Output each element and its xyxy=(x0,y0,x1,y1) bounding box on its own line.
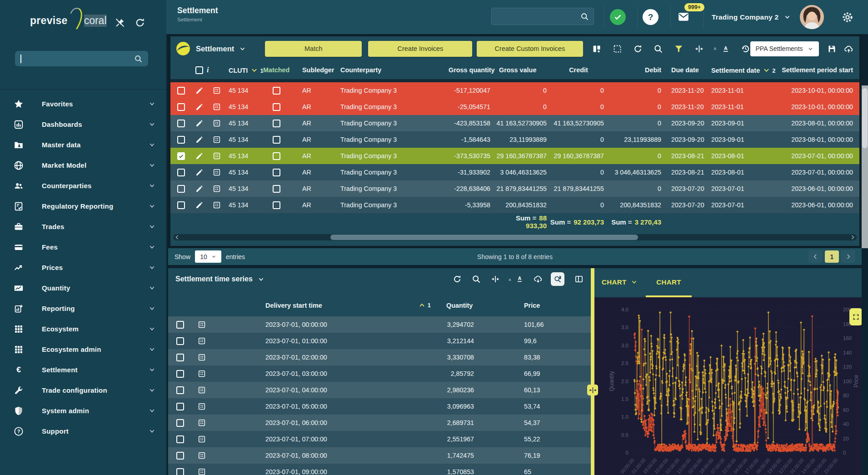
pin-off-icon[interactable] xyxy=(115,17,125,28)
row-checkbox[interactable] xyxy=(176,386,184,394)
search-icon[interactable] xyxy=(653,44,663,54)
table-row[interactable]: 45 134ARTrading Company 3-25,05457100020… xyxy=(170,99,859,115)
table-row[interactable]: 45 134ARTrading Company 3-373,53073529 1… xyxy=(170,148,859,164)
edit-pencil-icon[interactable] xyxy=(195,201,203,209)
list-item[interactable]: 2023-07-01, 05:00:003,09696353,74 xyxy=(168,398,591,415)
details-icon[interactable] xyxy=(213,168,221,176)
list-item[interactable]: 2023-07-01, 04:00:002,98023660,13 xyxy=(168,382,591,398)
resize-handle[interactable] xyxy=(587,385,598,395)
status-ok-button[interactable] xyxy=(610,9,626,25)
fullscreen-button[interactable] xyxy=(849,308,862,325)
row-checkbox[interactable] xyxy=(176,468,184,475)
table-row[interactable]: 45 134ARTrading Company 3-31,9339023 046… xyxy=(170,164,859,180)
table-row[interactable]: 45 134ARTrading Company 3-1,58464323,119… xyxy=(170,131,859,148)
details-icon[interactable] xyxy=(198,435,206,443)
edit-pencil-icon[interactable] xyxy=(195,136,203,144)
sidebar-item-trades[interactable]: Trades xyxy=(0,216,166,237)
edit-pencil-icon[interactable] xyxy=(195,152,203,160)
table-row[interactable]: 45 134ARTrading Company 3-5,33958200,843… xyxy=(170,197,859,213)
details-icon[interactable] xyxy=(198,353,206,361)
edit-pencil-icon[interactable] xyxy=(195,120,203,127)
sidebar-item-trade-configuration[interactable]: Trade configuration xyxy=(0,380,166,400)
col-settlement-date[interactable]: Settlement date2 xyxy=(705,66,777,74)
sidebar-item-fees[interactable]: Fees xyxy=(0,237,166,257)
row-checkbox[interactable] xyxy=(177,120,185,127)
chevron-down-icon[interactable] xyxy=(239,45,246,52)
list-item[interactable]: 2023-07-01, 03:00:002,8579266,99 xyxy=(168,365,591,382)
list-item[interactable]: 2023-07-01, 06:00:002,68973154,37 xyxy=(168,415,591,431)
sidebar-item-support[interactable]: ?Support xyxy=(0,421,166,441)
row-checkbox[interactable] xyxy=(176,435,184,443)
next-page-button[interactable] xyxy=(841,250,855,263)
gear-icon[interactable] xyxy=(841,11,854,24)
matched-checkbox[interactable] xyxy=(273,103,280,111)
sidebar-item-counterparties[interactable]: Counterparties xyxy=(0,175,166,196)
edit-pencil-icon[interactable] xyxy=(195,185,203,193)
row-checkbox[interactable] xyxy=(176,321,184,329)
create-custom-invoices-button[interactable]: Create Custom Invoices xyxy=(477,41,583,57)
row-checkbox[interactable] xyxy=(176,452,184,460)
table-row[interactable]: 45 134ARTrading Company 3-423,85315841 1… xyxy=(170,115,859,131)
details-icon[interactable] xyxy=(198,468,206,475)
sidebar-refresh-icon[interactable] xyxy=(135,17,145,28)
matched-checkbox[interactable] xyxy=(273,120,280,127)
col-matched[interactable]: Matched xyxy=(263,66,289,74)
col-debit[interactable]: Debit xyxy=(609,66,667,74)
sidebar-item-reporting[interactable]: Reporting xyxy=(0,298,166,319)
page-size-select[interactable]: 10 xyxy=(195,250,221,263)
select-all-checkbox[interactable] xyxy=(195,66,203,74)
global-search-input[interactable] xyxy=(496,12,580,20)
details-icon[interactable] xyxy=(213,135,221,144)
cloud-download-icon[interactable] xyxy=(534,275,543,284)
sidebar-search-input[interactable] xyxy=(15,51,148,66)
matched-checkbox[interactable] xyxy=(273,152,280,160)
font-color-icon[interactable]: A xyxy=(516,275,524,284)
font-size-icon[interactable]: A xyxy=(712,45,718,52)
prev-page-button[interactable] xyxy=(808,250,823,263)
company-dropdown[interactable]: Trading Company 2 xyxy=(712,0,791,34)
history-icon[interactable] xyxy=(741,44,750,54)
cloud-upload-icon[interactable] xyxy=(844,44,853,54)
sidebar-item-settlement[interactable]: €Settlement xyxy=(0,360,166,380)
sidebar-item-system-admin[interactable]: System admin xyxy=(0,400,166,421)
global-search[interactable] xyxy=(491,8,594,25)
details-icon[interactable] xyxy=(198,337,206,345)
table-row[interactable]: 45 134ARTrading Company 3-228,63840621 8… xyxy=(170,180,859,197)
save-icon[interactable] xyxy=(827,44,837,54)
row-checkbox[interactable] xyxy=(177,136,185,144)
edit-pencil-icon[interactable] xyxy=(195,169,203,176)
details-icon[interactable] xyxy=(198,451,206,460)
font-color-icon[interactable]: A xyxy=(722,44,730,54)
avatar[interactable] xyxy=(800,5,824,29)
refresh-icon[interactable] xyxy=(453,275,462,284)
refresh-icon[interactable] xyxy=(633,44,643,54)
row-checkbox[interactable] xyxy=(177,87,185,95)
sidebar-item-ecosystem[interactable]: Ecosystem xyxy=(0,319,166,339)
sidebar-item-quantity[interactable]: Quantity xyxy=(0,278,166,298)
row-checkbox[interactable] xyxy=(177,185,185,193)
details-icon[interactable] xyxy=(198,370,206,378)
row-checkbox[interactable] xyxy=(177,103,185,111)
col-period-start[interactable]: Settlement period start xyxy=(777,66,859,74)
table-row[interactable]: 45 134ARTrading Company 3-517,1200470002… xyxy=(170,82,859,99)
col-credit[interactable]: Credit xyxy=(548,66,609,74)
chart-dropdown[interactable]: CHART xyxy=(602,278,638,286)
col-quantity[interactable]: Quantity xyxy=(431,302,480,316)
col-counterparty[interactable]: Counterparty xyxy=(340,66,449,74)
details-icon[interactable] xyxy=(198,386,206,394)
panel-divider[interactable] xyxy=(591,268,594,475)
insert-column-icon[interactable] xyxy=(592,44,602,54)
row-checkbox[interactable] xyxy=(176,403,184,410)
mail-icon[interactable] xyxy=(676,11,691,23)
list-item[interactable]: 2023-07-01, 01:00:003,21214499,6 xyxy=(168,333,591,349)
chart-plot[interactable]: 00.51.01.52.02.53.03.54.0020406080100120… xyxy=(594,297,862,475)
row-checkbox[interactable] xyxy=(176,370,184,378)
selection-icon[interactable] xyxy=(613,44,622,54)
create-invoices-button[interactable]: Create Invoices xyxy=(368,41,472,57)
details-icon[interactable] xyxy=(213,103,221,111)
details-icon[interactable] xyxy=(213,201,221,209)
details-icon[interactable] xyxy=(213,86,221,95)
details-icon[interactable] xyxy=(198,419,206,427)
col-cluti[interactable]: CLUTI1 xyxy=(227,66,263,74)
scroll-right-icon[interactable] xyxy=(850,235,855,240)
